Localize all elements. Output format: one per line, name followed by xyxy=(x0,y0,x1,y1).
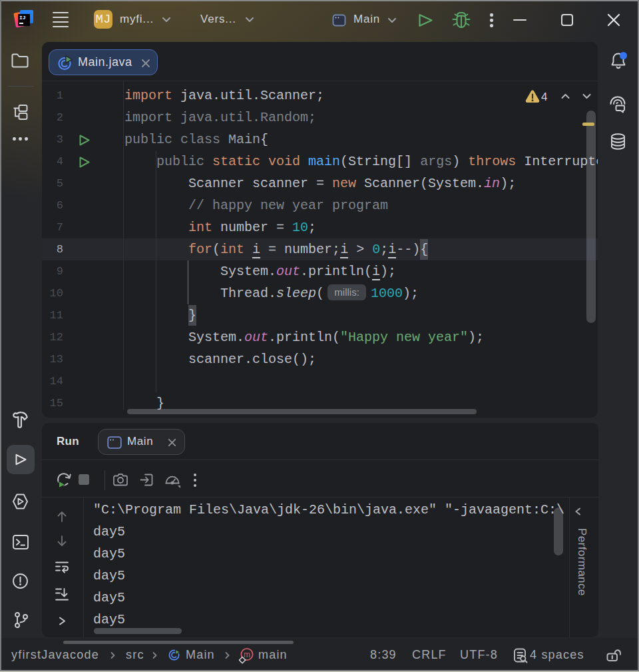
svg-text:m: m xyxy=(244,650,250,659)
